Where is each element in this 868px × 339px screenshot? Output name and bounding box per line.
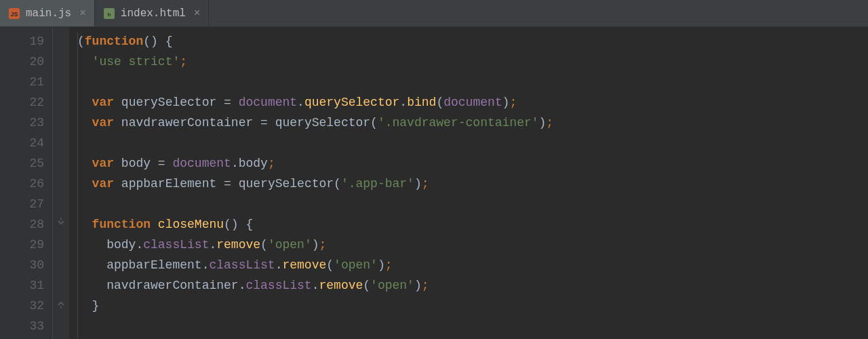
- line-number: 20: [0, 52, 44, 72]
- tab-bar: JS main.js × h index.html ×: [0, 0, 868, 27]
- code-line[interactable]: body.classList.remove('open');: [77, 235, 868, 255]
- code-line[interactable]: var body = document.body;: [77, 153, 868, 174]
- line-number: 25: [0, 153, 44, 174]
- code-line[interactable]: [77, 72, 868, 92]
- line-number: 22: [0, 92, 44, 113]
- tab-main-js[interactable]: JS main.js ×: [0, 0, 95, 26]
- line-number: 24: [0, 133, 44, 153]
- code-line[interactable]: [77, 316, 868, 336]
- indent-guide: [77, 33, 78, 338]
- line-number: 19: [0, 31, 44, 52]
- line-number: 30: [0, 255, 44, 275]
- code-line[interactable]: }: [77, 296, 868, 316]
- code-line[interactable]: (function() {: [77, 31, 868, 52]
- code-line[interactable]: navdrawerContainer.classList.remove('ope…: [77, 275, 868, 296]
- html-file-icon: h: [103, 7, 115, 20]
- tab-index-html[interactable]: h index.html ×: [95, 0, 210, 26]
- line-number: 23: [0, 113, 44, 133]
- close-icon[interactable]: ×: [79, 7, 86, 20]
- line-number: 32: [0, 296, 44, 316]
- editor-area: 192021222324252627282930313233 (function…: [0, 27, 868, 339]
- line-number: 33: [0, 316, 44, 336]
- fold-end-icon[interactable]: [56, 296, 66, 316]
- code-area[interactable]: (function() { 'use strict'; var querySel…: [69, 27, 868, 339]
- code-line[interactable]: [77, 194, 868, 214]
- code-line[interactable]: var navdrawerContainer = querySelector('…: [77, 113, 868, 133]
- fold-collapse-icon[interactable]: [56, 214, 66, 235]
- line-number: 27: [0, 194, 44, 214]
- line-number-gutter: 192021222324252627282930313233: [0, 27, 53, 339]
- line-number: 21: [0, 72, 44, 92]
- code-line[interactable]: [77, 133, 868, 153]
- tab-label: index.html: [121, 7, 186, 20]
- fold-gutter: [53, 27, 69, 339]
- code-line[interactable]: 'use strict';: [77, 52, 868, 72]
- line-number: 28: [0, 214, 44, 235]
- code-line[interactable]: appbarElement.classList.remove('open');: [77, 255, 868, 275]
- code-line[interactable]: var appbarElement = querySelector('.app-…: [77, 174, 868, 194]
- line-number: 26: [0, 174, 44, 194]
- code-line[interactable]: var querySelector = document.querySelect…: [77, 92, 868, 113]
- code-line[interactable]: function closeMenu() {: [77, 214, 868, 235]
- line-number: 31: [0, 275, 44, 296]
- js-file-icon: JS: [8, 7, 20, 20]
- svg-text:JS: JS: [10, 11, 18, 18]
- close-icon[interactable]: ×: [194, 7, 201, 20]
- svg-text:h: h: [107, 12, 111, 18]
- line-number: 29: [0, 235, 44, 255]
- tab-label: main.js: [26, 7, 71, 20]
